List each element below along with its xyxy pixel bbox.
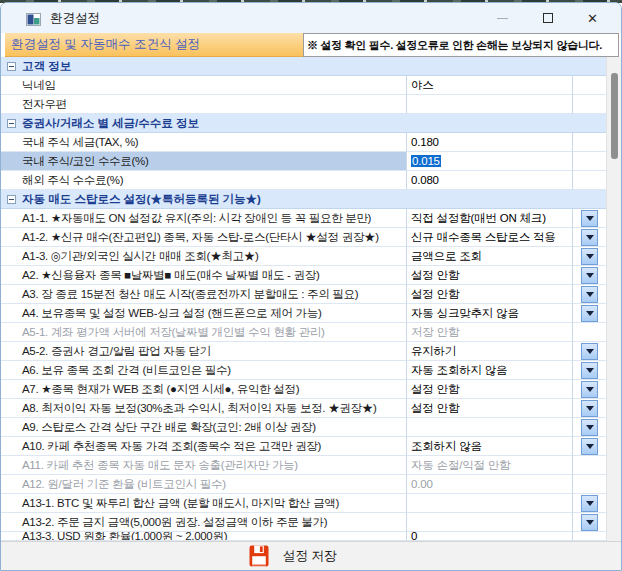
setting-label: 해외 주식 수수료(%) (1, 171, 407, 190)
chevron-down-icon (586, 520, 594, 525)
setting-row[interactable]: 국내 주식 세금(TAX, %)0.180 (1, 133, 606, 152)
setting-value[interactable]: 신규 매수종목 스탑로스 적용 (407, 228, 573, 247)
setting-value[interactable] (407, 95, 573, 114)
setting-label: A12. 원/달러 기준 환율 (비트코인시 필수) (1, 475, 407, 494)
dropdown-button[interactable] (581, 229, 598, 246)
setting-row[interactable]: A5-2. 증권사 경고/알림 팝업 자동 닫기유지하기 (1, 342, 606, 361)
collapse-icon[interactable] (7, 119, 16, 128)
setting-value[interactable]: 설정 안함 (407, 380, 573, 399)
dropdown-button[interactable] (581, 343, 598, 360)
setting-value[interactable]: 설정 안함 (407, 399, 573, 418)
setting-row[interactable]: 닉네임야스 (1, 76, 606, 95)
dropdown-cell (573, 209, 606, 228)
setting-label: A1-1. ★자동매도 ON 설정값 유지(주의: 시각 장애인 등 꼭 필요한… (1, 209, 407, 228)
setting-row[interactable]: 국내 주식/코인 수수료(%)0.015 (1, 152, 606, 171)
save-settings-button[interactable]: 설정 저장 (249, 545, 336, 567)
tab-settings[interactable]: 환경설정 및 자동매수 조건식 설정 (5, 33, 303, 57)
setting-label: A6. 보유 종목 조회 간격 (비트코인은 필수) (1, 361, 407, 380)
dropdown-cell (573, 323, 606, 342)
dropdown-button[interactable] (581, 495, 598, 512)
setting-value[interactable] (407, 494, 573, 513)
dropdown-button[interactable] (581, 305, 598, 322)
setting-row[interactable]: A3. 장 종료 15분전 청산 매도 시작(종료전까지 분할매도 : 주의 필… (1, 285, 606, 304)
section-title: 고객 정보 (22, 59, 71, 74)
dropdown-cell (573, 456, 606, 475)
section-header-row[interactable]: 자동 매도 스탑로스 설정(★특허등록된 기능★) (1, 190, 606, 209)
section-title: 자동 매도 스탑로스 설정(★특허등록된 기능★) (22, 192, 261, 207)
setting-row[interactable]: A6. 보유 종목 조회 간격 (비트코인은 필수)자동 조회하지 않음 (1, 361, 606, 380)
titlebar-buttons: ✕ (480, 3, 615, 33)
setting-label: A13-3. USD 원화 환율(1,000원 ~ 2,000원) (1, 532, 407, 541)
setting-value[interactable]: 0 (407, 532, 573, 541)
setting-row[interactable]: A13-1. BTC 및 짜투리 합산 금액 (분할 매도시, 마지막 합산 금… (1, 494, 606, 513)
setting-label: 국내 주식/코인 수수료(%) (1, 152, 407, 171)
setting-value[interactable]: 설정 안함 (407, 266, 573, 285)
setting-label: A1-2. ★신규 매수(잔고편입) 종목, 자동 스탑-로스(단타시 ★설정 … (1, 228, 407, 247)
dropdown-button[interactable] (581, 438, 598, 455)
setting-value[interactable] (407, 513, 573, 532)
setting-value[interactable]: 0.180 (407, 133, 573, 152)
setting-row[interactable]: A1-3. ◎기관/외국인 실시간 매매 조회(★최고★)금액으로 조회 (1, 247, 606, 266)
chevron-down-icon (586, 349, 594, 354)
setting-row[interactable]: 해외 주식 수수료(%)0.080 (1, 171, 606, 190)
minimize-icon (497, 18, 508, 19)
dropdown-button[interactable] (581, 248, 598, 265)
footer-bar: 설정 저장 (1, 541, 621, 570)
setting-value[interactable]: 설정 안함 (407, 285, 573, 304)
section-title: 증권사/거래소 별 세금/수수료 정보 (22, 116, 199, 131)
setting-value[interactable]: 0.015 (407, 152, 573, 171)
dropdown-button[interactable] (581, 286, 598, 303)
setting-row[interactable]: A1-1. ★자동매도 ON 설정값 유지(주의: 시각 장애인 등 꼭 필요한… (1, 209, 606, 228)
setting-row[interactable]: A4. 보유종목 및 설정 WEB-싱크 설정 (핸드폰으로 제어 가능)자동 … (1, 304, 606, 323)
setting-row[interactable]: A10. 카페 추천종목 자동 가격 조회(종목수 적은 고객만 권장)조회하지… (1, 437, 606, 456)
setting-value[interactable]: 금액으로 조회 (407, 247, 573, 266)
setting-value[interactable]: 야스 (407, 76, 573, 95)
setting-row: A5-1. 계좌 평가액 서버에 저장(날짜별 개인별 수익 현황 관리)저장 … (1, 323, 606, 342)
setting-row[interactable]: A2. ★신용융자 종목 ■날짜별■ 매도(매수 날짜별 매도 - 권장)설정 … (1, 266, 606, 285)
setting-row[interactable]: A1-2. ★신규 매수(잔고편입) 종목, 자동 스탑-로스(단타시 ★설정 … (1, 228, 606, 247)
dropdown-button[interactable] (581, 362, 598, 379)
section-header-row[interactable]: 증권사/거래소 별 세금/수수료 정보 (1, 114, 606, 133)
selected-value-text[interactable]: 0.015 (411, 155, 441, 167)
setting-value[interactable]: 유지하기 (407, 342, 573, 361)
settings-rows: 고객 정보닉네임야스전자우편증권사/거래소 별 세금/수수료 정보국내 주식 세… (1, 57, 606, 541)
close-button[interactable]: ✕ (570, 3, 615, 33)
save-button-label: 설정 저장 (282, 547, 336, 565)
setting-value[interactable]: 조회하지 않음 (407, 437, 573, 456)
dropdown-button[interactable] (581, 267, 598, 284)
dropdown-button[interactable] (581, 210, 598, 227)
setting-row[interactable]: A7. ★종목 현재가 WEB 조회 (●지연 시세●, 유익한 설정)설정 안… (1, 380, 606, 399)
collapse-icon[interactable] (7, 62, 16, 71)
setting-row[interactable]: A13-3. USD 원화 환율(1,000원 ~ 2,000원)0 (1, 532, 606, 541)
setting-value[interactable]: 자동 조회하지 않음 (407, 361, 573, 380)
collapse-icon[interactable] (7, 195, 16, 204)
titlebar: 환경설정 ✕ (1, 3, 621, 33)
dropdown-button[interactable] (581, 514, 598, 531)
dropdown-button[interactable] (581, 400, 598, 417)
minimize-button[interactable] (480, 3, 525, 33)
setting-value[interactable]: 직접 설정함(매번 ON 체크) (407, 209, 573, 228)
setting-value[interactable]: 자동 싱크맞추지 않음 (407, 304, 573, 323)
setting-value[interactable]: 0.080 (407, 171, 573, 190)
dropdown-cell (573, 437, 606, 456)
setting-row: A12. 원/달러 기준 환율 (비트코인시 필수)0.00 (1, 475, 606, 494)
settings-grid: 고객 정보닉네임야스전자우편증권사/거래소 별 세금/수수료 정보국내 주식 세… (1, 57, 621, 541)
section-header-row[interactable]: 고객 정보 (1, 57, 606, 76)
maximize-button[interactable] (525, 3, 570, 33)
setting-row[interactable]: A8. 최저이익 자동 보정(30%초과 수익시, 최저이익 자동 보정. ★권… (1, 399, 606, 418)
chevron-down-icon (586, 368, 594, 373)
setting-value: 0.00 (407, 475, 573, 494)
setting-value[interactable] (407, 418, 573, 437)
dropdown-button[interactable] (581, 381, 598, 398)
chevron-down-icon (586, 311, 594, 316)
setting-label: 전자우편 (1, 95, 407, 114)
setting-row[interactable]: 전자우편 (1, 95, 606, 114)
setting-row[interactable]: A13-2. 주문 금지 금액(5,000원 권장. 설정금액 이하 주문 불가… (1, 513, 606, 532)
dropdown-cell (573, 95, 606, 114)
scrollbar-thumb[interactable] (611, 73, 618, 159)
dropdown-button[interactable] (581, 419, 598, 436)
vertical-scrollbar[interactable] (606, 57, 621, 541)
setting-row[interactable]: A9. 스탑로스 간격 상단 구간 배로 확장(코인: 2배 이상 권장) (1, 418, 606, 437)
setting-label: A11. 카페 추천 종목 자동 매도 문자 송출(관리자만 가능) (1, 456, 407, 475)
dropdown-cell (573, 418, 606, 437)
